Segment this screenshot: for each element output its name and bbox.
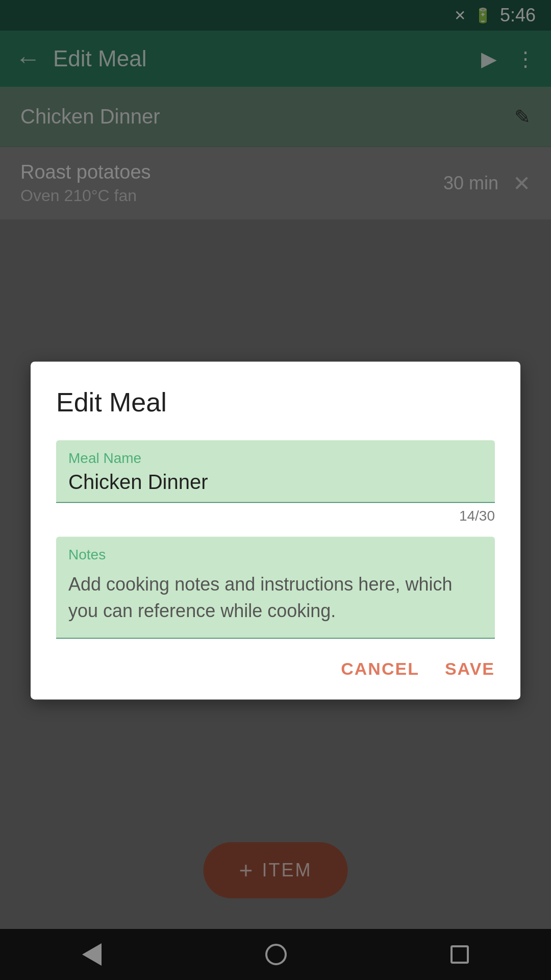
meal-name-value: Chicken Dinner bbox=[68, 471, 483, 494]
meal-name-counter: 14/30 bbox=[56, 508, 495, 524]
notes-input[interactable]: Notes Add cooking notes and instructions… bbox=[56, 536, 495, 639]
edit-meal-dialog: Edit Meal Meal Name Chicken Dinner 14/30… bbox=[31, 361, 520, 699]
cancel-button[interactable]: CANCEL bbox=[341, 659, 419, 679]
meal-name-input[interactable]: Meal Name Chicken Dinner bbox=[56, 440, 495, 503]
notes-label: Notes bbox=[68, 547, 483, 563]
save-button[interactable]: SAVE bbox=[445, 659, 495, 679]
dialog-title: Edit Meal bbox=[56, 387, 495, 418]
dialog-actions: CANCEL SAVE bbox=[56, 659, 495, 679]
meal-name-label: Meal Name bbox=[68, 450, 483, 467]
notes-placeholder: Add cooking notes and instructions here,… bbox=[68, 571, 483, 624]
